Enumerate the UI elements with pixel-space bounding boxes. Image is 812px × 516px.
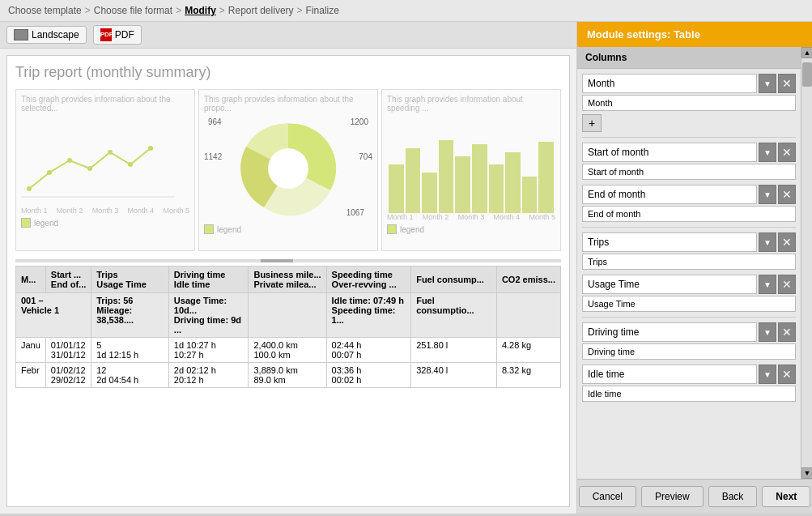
group-co2	[496, 293, 560, 338]
pdf-icon: PDF	[100, 28, 112, 41]
column-item-driving-time: Driving time ▼ ✕	[582, 322, 796, 360]
cell-fuel-jan: 251.80 l	[411, 338, 497, 363]
cell-month-feb: Febr	[16, 363, 46, 388]
legend-box-1	[21, 218, 31, 228]
breadcrumb-step-1[interactable]: Choose template	[8, 5, 82, 16]
column-arrow-idle-time[interactable]: ▼	[759, 365, 776, 384]
breadcrumb-step-4[interactable]: Report delivery	[228, 5, 294, 16]
column-item-end-of-month: End of month ▼ ✕	[582, 185, 796, 222]
svg-point-5	[128, 162, 133, 167]
cell-driving-jan: 1d 10:27 h10:27 h	[168, 338, 249, 363]
breadcrumb-sep-1: >	[85, 5, 91, 16]
cell-speeding-jan: 02:44 h00:07 h	[326, 338, 411, 363]
column-arrow-start-of-month[interactable]: ▼	[759, 143, 776, 162]
column-arrow-end-of-month[interactable]: ▼	[759, 185, 776, 204]
column-remove-usage-time[interactable]: ✕	[778, 275, 796, 294]
breadcrumb-step-5[interactable]: Finalize	[306, 5, 339, 16]
scroll-up-button[interactable]: ▲	[801, 47, 812, 58]
chart3-legend: legend	[387, 224, 555, 234]
column-dropdown-driving-time[interactable]: Driving time	[582, 322, 757, 342]
landscape-icon	[14, 29, 28, 41]
panel-columns-list: Month ▼ ✕ +	[577, 69, 801, 479]
scroll-down-button[interactable]: ▼	[801, 467, 812, 479]
cancel-button[interactable]: Cancel	[579, 486, 636, 507]
scroll-indicator[interactable]	[15, 259, 561, 262]
column-dropdown-end-of-month[interactable]: End of month	[582, 185, 757, 204]
scroll-track[interactable]	[801, 58, 812, 467]
bar-5	[455, 156, 470, 213]
column-arrow-month[interactable]: ▼	[759, 74, 776, 93]
col-header-co2: CO2 emiss...	[496, 267, 560, 293]
column-dropdown-trips[interactable]: Trips	[582, 232, 757, 252]
cell-co2-feb: 8.32 kg	[496, 363, 560, 388]
scroll-thumb-vertical[interactable]	[802, 62, 812, 87]
column-label-trips[interactable]	[582, 254, 796, 270]
column-label-idle-time[interactable]	[582, 386, 796, 402]
breadcrumb-sep-2: >	[176, 5, 181, 16]
svg-point-0	[27, 186, 32, 191]
column-label-end-of-month[interactable]	[582, 206, 796, 222]
scroll-thumb[interactable]	[261, 259, 293, 262]
svg-point-6	[148, 146, 153, 151]
table-row: Janu 01/01/1231/01/12 51d 12:15 h 1d 10:…	[16, 338, 561, 363]
cell-driving-feb: 2d 02:12 h20:12 h	[168, 363, 249, 388]
panel-subheader: Columns	[577, 47, 801, 69]
svg-point-2	[67, 158, 72, 163]
table-header-row: M... Start ...End of... TripsUsage Time …	[16, 267, 561, 293]
column-item-month: Month ▼ ✕ +	[582, 74, 796, 132]
preview-button[interactable]: Preview	[641, 486, 704, 507]
column-dropdown-start-of-month[interactable]: Start of month	[582, 143, 757, 162]
column-label-usage-time[interactable]	[582, 296, 796, 312]
chart-box-1: This graph provides information about th…	[15, 89, 195, 251]
next-button[interactable]: Next	[762, 486, 810, 507]
cell-trips-jan: 51d 12:15 h	[91, 338, 169, 363]
back-button[interactable]: Back	[708, 486, 758, 507]
landscape-button[interactable]: Landscape	[6, 26, 87, 44]
column-remove-start-of-month[interactable]: ✕	[778, 143, 796, 162]
breadcrumb-step-3[interactable]: Modify	[185, 5, 216, 16]
column-item-idle-time: Idle time ▼ ✕	[582, 365, 796, 402]
breadcrumb-sep-4: >	[297, 5, 303, 16]
column-label-driving-time[interactable]	[582, 343, 796, 360]
cell-dates-feb: 01/02/1229/02/12	[45, 363, 91, 388]
column-remove-end-of-month[interactable]: ✕	[778, 185, 796, 204]
panel-footer: Cancel Preview Back Next	[577, 479, 812, 514]
group-fuel: Fuel consumptio...	[411, 293, 497, 338]
column-remove-trips[interactable]: ✕	[778, 232, 796, 252]
bar-3	[422, 173, 437, 213]
column-remove-month[interactable]: ✕	[778, 74, 796, 93]
panel-scrollbar[interactable]: ▲ ▼	[801, 47, 812, 479]
column-dropdown-month[interactable]: Month	[582, 74, 757, 93]
chart1-x-labels: Month 1Month 2Month 3Month 4Month 5	[21, 207, 189, 215]
cell-dates-jan: 01/01/1231/01/12	[45, 338, 91, 363]
column-arrow-trips[interactable]: ▼	[759, 232, 776, 252]
chart1-legend: legend	[21, 218, 189, 228]
cell-co2-jan: 4.28 kg	[496, 338, 560, 363]
column-dropdown-usage-time[interactable]: Usage Time	[582, 275, 757, 294]
column-arrow-driving-time[interactable]: ▼	[759, 322, 776, 342]
column-remove-idle-time[interactable]: ✕	[778, 365, 796, 384]
chart2-legend: legend	[204, 224, 372, 234]
add-column-btn[interactable]: +	[582, 114, 602, 132]
col-header-dates: Start ...End of...	[45, 267, 91, 293]
chart1-desc: This graph provides information about th…	[21, 95, 189, 113]
bar-1	[389, 164, 404, 213]
column-arrow-usage-time[interactable]: ▼	[759, 275, 776, 294]
cell-month-jan: Janu	[16, 338, 46, 363]
chart-box-2: This graph provides information about th…	[198, 89, 378, 251]
bar-7	[489, 164, 504, 213]
chart-box-3: This graph provides information about sp…	[381, 89, 561, 251]
pdf-button[interactable]: PDF PDF	[93, 25, 142, 45]
column-remove-driving-time[interactable]: ✕	[778, 322, 796, 342]
column-label-month[interactable]	[582, 95, 796, 111]
col-header-speeding: Speeding timeOver-revving ...	[326, 267, 411, 293]
data-table: M... Start ...End of... TripsUsage Time …	[15, 266, 561, 388]
table-group-row: 001 –Vehicle 1 Trips: 56Mileage: 38,538.…	[16, 293, 561, 338]
column-dropdown-idle-time[interactable]: Idle time	[582, 365, 757, 384]
charts-row: This graph provides information about th…	[15, 89, 561, 251]
bar-8	[505, 152, 521, 213]
svg-point-3	[87, 166, 92, 171]
breadcrumb-step-2[interactable]: Choose file format	[94, 5, 172, 16]
panel-header: Module settings: Table	[577, 22, 812, 47]
column-label-start-of-month[interactable]	[582, 164, 796, 180]
